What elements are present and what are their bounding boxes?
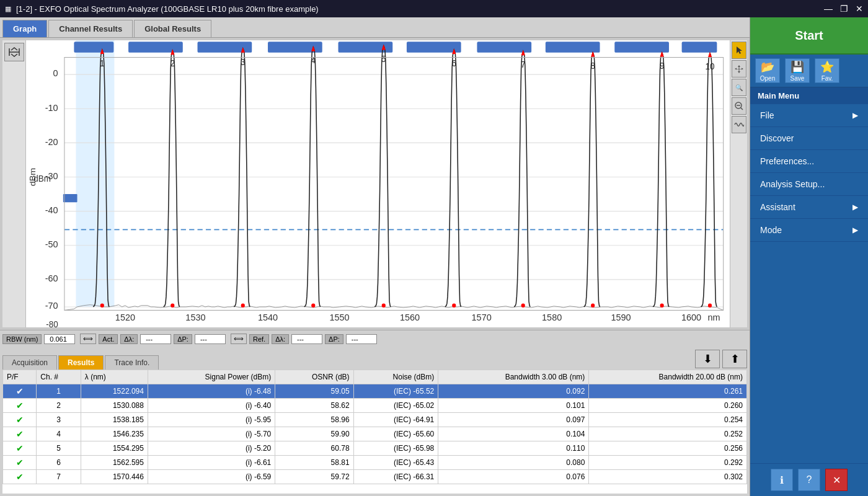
cell-ch: 7 (37, 470, 81, 484)
col-bw20: Bandwidth 20.00 dB (nm) (589, 370, 747, 384)
scroll-down-button[interactable]: ⬇ (695, 350, 720, 368)
col-signal: Signal Power (dBm) (148, 370, 275, 384)
save-button[interactable]: 💾 Save (785, 58, 810, 83)
cell-lambda: 1570.446 (81, 470, 148, 484)
fav-label: Fav. (822, 75, 833, 82)
cursor-tool-button[interactable] (732, 42, 746, 59)
cell-osnr: 59.90 (275, 427, 353, 441)
tab-trace-info[interactable]: Trace Info. (105, 355, 159, 370)
zoom-fit-button[interactable] (4, 43, 24, 61)
table-row[interactable]: ✔ 7 1570.446 (i) -6.59 59.72 (IEC) -66.3… (3, 470, 747, 484)
menu-label: Discover (760, 133, 794, 143)
cell-signal: (i) -6.59 (148, 470, 275, 484)
cell-osnr: 58.81 (275, 456, 353, 470)
cell-bw3: 0.110 (438, 441, 589, 456)
cell-pf: ✔ (3, 384, 37, 399)
menu-arrow-icon: ▶ (852, 111, 858, 120)
svg-text:1560: 1560 (400, 312, 420, 323)
open-icon: 📂 (761, 60, 774, 74)
tab-results[interactable]: Results (58, 355, 104, 370)
menu-items: File▶DiscoverPreferences...Analysis Setu… (750, 104, 868, 242)
maximize-button[interactable]: ❐ (840, 4, 848, 14)
save-label: Save (790, 75, 805, 82)
svg-text:1600: 1600 (681, 312, 701, 323)
info-button[interactable]: ℹ (771, 469, 793, 491)
svg-text:-10: -10 (45, 102, 58, 113)
window-title: [1-2] - EXFO Optical Spectrum Analyzer (… (16, 4, 319, 14)
svg-text:-20: -20 (45, 136, 58, 147)
svg-text:-70: -70 (45, 300, 58, 311)
tab-acquisition[interactable]: Acquisition (2, 355, 57, 370)
cell-ch: 5 (37, 441, 81, 456)
svg-text:6: 6 (452, 58, 457, 68)
menu-label: Assistant (760, 202, 795, 212)
cell-bw20: 0.252 (589, 427, 747, 441)
delta-p-label-ref: ΔP: (325, 334, 343, 344)
cell-noise: (IEC) -65.98 (353, 441, 438, 456)
cell-bw20: 0.261 (589, 384, 747, 399)
menu-item-assistant[interactable]: Assistant▶ (750, 196, 868, 219)
cell-noise: (IEC) -65.52 (353, 384, 438, 399)
ref-arrow-button[interactable]: ⟺ (231, 334, 247, 344)
cell-noise: (IEC) -65.60 (353, 427, 438, 441)
rbw-label: RBW (nm) (2, 334, 42, 344)
cell-osnr: 58.96 (275, 413, 353, 427)
menu-item-analysis_setup[interactable]: Analysis Setup... (750, 173, 868, 196)
menu-item-mode[interactable]: Mode▶ (750, 219, 868, 242)
table-row[interactable]: ✔ 3 1538.185 (i) -5.95 58.96 (IEC) -64.9… (3, 413, 747, 427)
close-app-button[interactable]: ✕ (825, 469, 848, 491)
pan-tool-button[interactable] (732, 60, 746, 78)
cell-pf: ✔ (3, 399, 37, 413)
tab-channel-results[interactable]: Channel Results (48, 20, 133, 37)
table-row[interactable]: ✔ 5 1554.295 (i) -5.20 60.78 (IEC) -65.9… (3, 441, 747, 456)
table-row[interactable]: ✔ 1 1522.094 (i) -6.48 59.05 (IEC) -65.5… (3, 384, 747, 399)
graph-area[interactable]: 0 -10 -20 -30 -40 -50 -60 -70 dBm dBm (26, 40, 730, 327)
svg-rect-12 (546, 42, 600, 53)
svg-point-73 (708, 303, 712, 308)
results-table[interactable]: P/F Ch. # λ (nm) Signal Power (dBm) OSNR… (2, 370, 747, 494)
close-button[interactable]: ✕ (856, 4, 863, 14)
menu-item-file[interactable]: File▶ (750, 104, 868, 127)
graph-tools-right: 🔍 (730, 40, 747, 327)
cell-pf: ✔ (3, 441, 37, 456)
cell-osnr: 59.72 (275, 470, 353, 484)
svg-point-70 (660, 303, 664, 308)
svg-point-52 (241, 303, 245, 308)
open-label: Open (760, 75, 775, 82)
open-button[interactable]: 📂 Open (755, 58, 780, 83)
scroll-up-button[interactable]: ⬆ (722, 350, 747, 368)
cell-ch: 1 (37, 384, 81, 399)
tab-graph[interactable]: Graph (2, 20, 47, 37)
zoom-button[interactable]: 🔍 (732, 79, 746, 96)
cell-bw3: 0.104 (438, 427, 589, 441)
cell-osnr: 58.62 (275, 399, 353, 413)
table-row[interactable]: ✔ 2 1530.088 (i) -6.40 58.62 (IEC) -65.0… (3, 399, 747, 413)
delta-lambda-label-ref: Δλ: (272, 334, 289, 344)
wave-tool-button[interactable] (732, 116, 746, 133)
menu-item-discover[interactable]: Discover (750, 127, 868, 150)
table-row[interactable]: ✔ 6 1562.595 (i) -6.61 58.81 (IEC) -65.4… (3, 456, 747, 470)
table-row[interactable]: ✔ 4 1546.235 (i) -5.70 59.90 (IEC) -65.6… (3, 427, 747, 441)
zoom-out-button[interactable] (732, 97, 746, 115)
menu-label: File (760, 110, 774, 120)
minimize-button[interactable]: — (824, 4, 833, 14)
right-toolbar: 📂 Open 💾 Save ⭐ Fav. (750, 55, 868, 87)
svg-point-49 (170, 303, 174, 308)
cell-signal: (i) -5.95 (148, 413, 275, 427)
act-arrow-button[interactable]: ⟺ (80, 334, 96, 344)
cell-signal: (i) -6.61 (148, 456, 275, 470)
svg-text:1590: 1590 (611, 312, 631, 323)
svg-text:10: 10 (706, 61, 715, 72)
menu-item-preferences[interactable]: Preferences... (750, 150, 868, 173)
bottom-tabs: Acquisition Results Trace Info. ⬇ ⬆ (0, 347, 750, 370)
col-lambda: λ (nm) (81, 370, 148, 384)
help-button[interactable]: ? (798, 469, 820, 491)
svg-text:1570: 1570 (472, 312, 492, 323)
svg-text:dBm: dBm (33, 174, 51, 184)
favorites-button[interactable]: ⭐ Fav. (815, 58, 839, 83)
rbw-value: 0.061 (44, 334, 75, 344)
start-button[interactable]: Start (750, 17, 868, 55)
tab-global-results[interactable]: Global Results (134, 20, 211, 37)
svg-text:5: 5 (381, 54, 386, 64)
svg-rect-14 (682, 42, 717, 53)
